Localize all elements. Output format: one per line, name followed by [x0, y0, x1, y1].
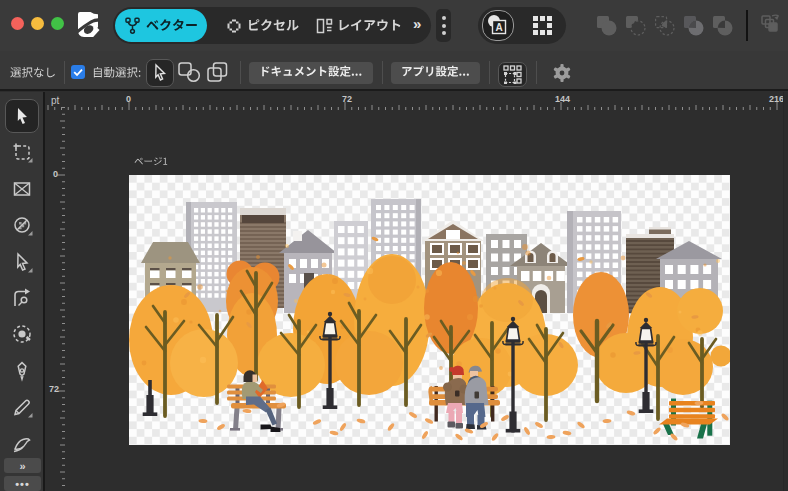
svg-text:A: A — [495, 22, 502, 33]
